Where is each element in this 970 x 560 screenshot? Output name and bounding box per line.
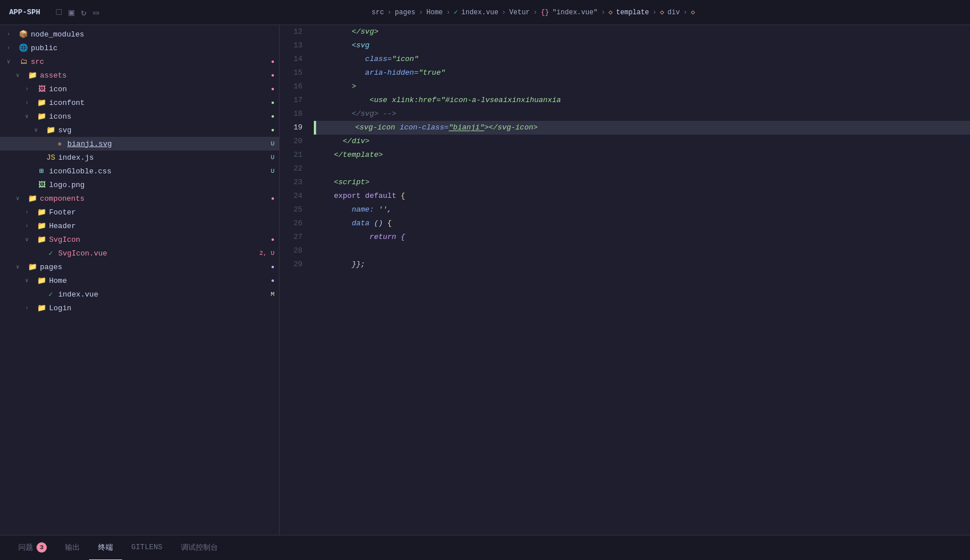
iconfont-badge: ● [271, 100, 274, 106]
tree-arrow-public: › [7, 45, 16, 51]
line-num-23: 23 [280, 176, 302, 189]
folder-icon-pages: 📁 [27, 262, 38, 272]
folder-icon-icons: 📁 [37, 111, 47, 121]
svgicon-badge: ● [271, 237, 274, 243]
folder-icon-icon: 🖼 [37, 84, 47, 94]
tree-item-iconfont[interactable]: › 📁 iconfont ● [0, 96, 279, 109]
tree-item-svgicon-vue[interactable]: ✓ SvgIcon.vue 2, U [0, 246, 279, 260]
tree-item-components[interactable]: ∨ 📁 components ● [0, 192, 279, 205]
tree-item-bianji-svg[interactable]: ✳ bianji.svg U [0, 137, 279, 151]
tab-output[interactable]: 输出 [56, 535, 89, 561]
line-numbers: 12 13 14 15 16 17 18 19 20 21 22 23 24 2… [280, 25, 309, 535]
folder-icon-iconfont: 📁 [37, 98, 47, 108]
tree-arrow-home: ∨ [25, 277, 34, 284]
code-line-29: }}; [314, 258, 970, 271]
tree-item-public[interactable]: › 🌐 public [0, 41, 279, 55]
collapse-icon[interactable]: ▭ [94, 7, 99, 18]
icongloble-badge: U [270, 168, 274, 175]
title-bar: APP-SPH □ ▣ ↻ ▭ src › pages › Home › ✓ i… [0, 0, 970, 25]
tree-item-assets[interactable]: ∨ 📁 assets ● [0, 68, 279, 82]
code-line-19: <svg-icon icon-class="bianji"></svg-icon… [314, 121, 970, 135]
tab-output-label: 输出 [65, 542, 80, 553]
breadcrumb-vetur[interactable]: Vetur [510, 9, 530, 17]
tree-arrow-svgicon: ∨ [25, 236, 34, 243]
tree-item-header[interactable]: › 📁 Header [0, 219, 279, 233]
line-num-24: 24 [280, 189, 302, 203]
vue-file-icon-svgicon: ✓ [46, 248, 56, 258]
code-line-13: <svg [314, 39, 970, 52]
tree-item-pages[interactable]: ∨ 📁 pages ● [0, 260, 279, 274]
line-num-21: 21 [280, 148, 302, 162]
tree-arrow-assets: ∨ [16, 72, 25, 79]
line-num-27: 27 [280, 230, 302, 244]
folder-icon-components: 📁 [27, 193, 38, 204]
sidebar: › 📦 node_modules › 🌐 public ∨ 🗂 src ● [0, 25, 280, 535]
folder-icon-home: 📁 [37, 275, 47, 286]
tree-item-login[interactable]: › 📁 Login [0, 301, 279, 315]
tree-label-logo-png: logo.png [49, 181, 84, 189]
pages-badge: ● [271, 264, 274, 270]
tree-item-svgicon[interactable]: ∨ 📁 SvgIcon ● [0, 233, 279, 246]
tree-label-header: Header [49, 222, 76, 230]
folder-icon-src: 🗂 [18, 56, 29, 67]
tree-label-pages: pages [40, 263, 62, 271]
code-line-12: </svg> [314, 25, 970, 39]
breadcrumb-home[interactable]: Home [426, 9, 443, 17]
breadcrumb-index-vue[interactable]: index.vue [462, 9, 499, 17]
tree-item-icons[interactable]: ∨ 📁 icons ● [0, 109, 279, 123]
new-file-icon[interactable]: □ [56, 7, 62, 18]
tree-label-src: src [31, 58, 44, 66]
editor: 12 13 14 15 16 17 18 19 20 21 22 23 24 2… [280, 25, 970, 535]
new-folder-icon[interactable]: ▣ [68, 7, 74, 18]
code-area[interactable]: </svg> <svg class="icon" [309, 25, 970, 535]
line-num-14: 14 [280, 52, 302, 66]
folder-icon-public: 🌐 [18, 43, 29, 53]
tab-gitlens-label: GITLENS [131, 543, 163, 551]
svg-badge: ● [271, 127, 274, 133]
folder-icon-header: 📁 [37, 221, 47, 231]
components-badge: ● [271, 196, 274, 202]
vue-breadcrumb-icon: ✓ [454, 8, 458, 17]
app-title: APP-SPH [9, 8, 41, 17]
breadcrumb: src › pages › Home › ✓ index.vue › Vetur… [106, 8, 961, 17]
tree-item-footer[interactable]: › 📁 Footer [0, 205, 279, 219]
tree-label-index-vue: index.vue [58, 290, 98, 299]
breadcrumb-div[interactable]: div [668, 9, 680, 17]
tree-item-svg[interactable]: ∨ 📁 svg ● [0, 123, 279, 137]
tree-item-home[interactable]: ∨ 📁 Home ● [0, 274, 279, 287]
breadcrumb-src[interactable]: src [371, 9, 384, 17]
tree-item-index-js[interactable]: JS index.js U [0, 151, 279, 164]
tab-debug-console[interactable]: 调试控制台 [172, 535, 227, 561]
tab-gitlens[interactable]: GITLENS [122, 535, 172, 561]
folder-icon-svg: 📁 [46, 125, 56, 135]
tree-label-node-modules: node_modules [31, 30, 84, 39]
tree-item-icon[interactable]: › 🖼 icon ● [0, 82, 279, 96]
editor-body: 12 13 14 15 16 17 18 19 20 21 22 23 24 2… [280, 25, 970, 535]
tree-item-icongloble-css[interactable]: ⊞ iconGloble.css U [0, 164, 279, 178]
tab-terminal[interactable]: 终端 [89, 535, 122, 561]
tab-problems[interactable]: 问题 3 [9, 535, 56, 561]
line-num-12: 12 [280, 25, 302, 39]
refresh-icon[interactable]: ↻ [81, 7, 87, 18]
code-line-22 [314, 162, 970, 176]
tree-item-logo-png[interactable]: 🖼 logo.png [0, 178, 279, 192]
line-num-20: 20 [280, 135, 302, 148]
css-file-icon: ⊞ [37, 166, 47, 176]
code-line-14: class="icon" [314, 52, 970, 66]
tree-label-home: Home [49, 277, 67, 285]
breadcrumb-template[interactable]: template [616, 9, 649, 17]
tree-item-index-vue[interactable]: ✓ index.vue M [0, 287, 279, 301]
tree-label-svgicon: SvgIcon [49, 236, 80, 244]
tree-label-iconfont: iconfont [49, 99, 84, 107]
tree-label-svgicon-vue: SvgIcon.vue [58, 249, 107, 258]
tree-label-index-js: index.js [58, 153, 94, 162]
assets-badge: ● [271, 72, 274, 79]
tree-item-node-modules[interactable]: › 📦 node_modules [0, 27, 279, 41]
breadcrumb-pages[interactable]: pages [395, 9, 415, 17]
png-file-icon: 🖼 [37, 180, 47, 190]
breadcrumb-index-vue-json[interactable]: "index.vue" [552, 9, 597, 17]
line-num-18: 18 [280, 107, 302, 121]
code-line-21: </template> [314, 148, 970, 162]
tree-item-src[interactable]: ∨ 🗂 src ● [0, 55, 279, 68]
line-num-17: 17 [280, 94, 302, 107]
